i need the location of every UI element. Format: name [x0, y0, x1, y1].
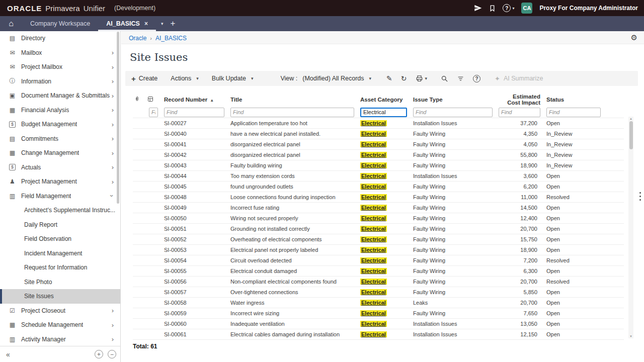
sidebar-item-site-issues[interactable]: Site Issues: [0, 289, 120, 304]
table-row[interactable]: SI-00041disorganized electrical panelEle…: [133, 139, 624, 149]
sidebar-item-incident-management[interactable]: Incident Management: [0, 246, 120, 261]
refresh-icon[interactable]: ↻: [401, 74, 407, 82]
sidebar-item-information[interactable]: ⓘInformation›: [0, 74, 120, 89]
avatar[interactable]: CA: [521, 3, 532, 14]
highlighted-match: Electrical: [360, 257, 387, 263]
filter-input-linked[interactable]: [149, 108, 158, 117]
table-row[interactable]: SI-00057Over-tightened connectionsElectr…: [133, 287, 624, 297]
table-row[interactable]: SI-00052Overheating of electrical compon…: [133, 234, 624, 244]
sidebar-item-mailbox[interactable]: ✉Mailbox›: [0, 46, 120, 60]
breadcrumb-link-oracle[interactable]: Oracle: [129, 35, 146, 42]
ai-summarize-button[interactable]: ✦ AI Summarize: [495, 75, 543, 82]
col-header-title[interactable]: Title: [227, 92, 357, 107]
sidebar-item-change-management[interactable]: ▦Change Management›: [0, 146, 120, 160]
asset-category-cell: Electrical: [357, 244, 410, 255]
sidebar-item-project-mailbox[interactable]: ✉Project Mailbox›: [0, 60, 120, 74]
col-header-issue-type[interactable]: Issue Type: [410, 92, 496, 107]
table-row[interactable]: SI-00054Circuit overload detectedElectri…: [133, 255, 624, 265]
title-cell: Application temperature too hot: [227, 118, 357, 128]
table-row[interactable]: SI-00050Wiring not secured properlyElect…: [133, 213, 624, 223]
filter-input-record-number[interactable]: [164, 108, 224, 117]
table-row[interactable]: SI-00042disorganized electrical panelEle…: [133, 149, 624, 160]
print-menu[interactable]: ▾: [416, 75, 428, 82]
create-button[interactable]: + Create: [131, 74, 157, 83]
col-header-asset-category[interactable]: Asset Category: [357, 92, 410, 107]
actions-menu[interactable]: Actions ▾: [171, 75, 199, 82]
search-icon[interactable]: [441, 75, 448, 82]
col-header-estimated-cost-impact[interactable]: Estimated Cost Impact: [496, 92, 543, 107]
scroll-down-icon[interactable]: ▾: [628, 334, 633, 338]
sidebar-item-commitments[interactable]: ▤Commitments›: [0, 132, 120, 146]
title-cell: Non-compliant electrical components foun…: [227, 276, 357, 287]
close-tab-icon[interactable]: ×: [144, 20, 148, 27]
table-row[interactable]: SI-00056Non-compliant electrical compone…: [133, 276, 624, 287]
bookmarks-icon[interactable]: [489, 5, 496, 12]
zoom-out-button[interactable]: −: [108, 350, 116, 358]
settings-gear-icon[interactable]: ⚙: [631, 33, 637, 42]
sidebar-item-site-photo[interactable]: Site Photo: [0, 275, 120, 290]
sidebar-item-actuals[interactable]: $Actuals›: [0, 160, 120, 175]
sidebar-item-daily-report[interactable]: Daily Report: [0, 218, 120, 232]
bulk-update-menu[interactable]: Bulk Update ▾: [212, 75, 254, 82]
help-icon[interactable]: ?: [473, 75, 480, 82]
app-logo: ORACLE Primavera Unifier: [7, 4, 105, 13]
filter-input-title[interactable]: [230, 108, 354, 117]
home-button[interactable]: ⌂: [0, 16, 22, 31]
col-header-record-number[interactable]: Record Number▲: [161, 92, 227, 107]
help-menu[interactable]: ? ▾: [503, 4, 514, 12]
table-row[interactable]: SI-00060Inadequate ventilationElectrical…: [133, 318, 624, 329]
table-row[interactable]: SI-00048Loose connections found during i…: [133, 192, 624, 202]
sidebar-item-field-observation[interactable]: Field Observation: [0, 232, 120, 246]
status-cell: Open: [543, 223, 604, 234]
asset-category-cell: Electrical: [357, 202, 410, 213]
table-row[interactable]: SI-00059Incorrect wire sizingElectricalF…: [133, 308, 624, 318]
filter-input-status[interactable]: [546, 108, 601, 117]
table-scrollbar[interactable]: ▴ ▾: [628, 117, 633, 338]
panel-splitter-handle[interactable]: [639, 192, 641, 201]
record-number-cell: SI-00051: [161, 223, 227, 234]
sidebar-item-activity-manager[interactable]: ▥Activity Manager›: [0, 332, 120, 346]
sidebar-item-project-management[interactable]: ♟Project Management›: [0, 174, 120, 189]
sidebar-item-schedule-management[interactable]: ▦Schedule Management›: [0, 318, 120, 332]
breadcrumb-link-ai-basics[interactable]: AI_BASICS: [155, 35, 187, 42]
table-row[interactable]: SI-00049Incorrect fuse ratingElectricalF…: [133, 202, 624, 213]
scrollbar-thumb[interactable]: [629, 121, 633, 149]
tabs-dropdown-icon[interactable]: ▾: [161, 21, 164, 26]
table-row[interactable]: SI-00055Electrical conduit damagedElectr…: [133, 265, 624, 276]
collapse-sidebar-button[interactable]: «: [6, 350, 10, 358]
announcements-icon[interactable]: [474, 4, 482, 12]
scroll-up-icon[interactable]: ▴: [628, 117, 633, 121]
tab-ai-basics[interactable]: AI_BASICS×: [98, 16, 156, 31]
filter-input-cost-impact[interactable]: [499, 108, 540, 117]
sidebar-item-architect-s-supplemental-instruc[interactable]: Architect's Supplemental Instruc...: [0, 203, 120, 218]
table-row[interactable]: SI-00044Too many extension cordsElectric…: [133, 170, 624, 181]
col-header-status[interactable]: Status: [543, 92, 604, 107]
sidebar-item-budget-management[interactable]: $Budget Management›: [0, 117, 120, 132]
edit-icon[interactable]: ✎: [386, 74, 392, 82]
table-row[interactable]: SI-00053Electrical panel not properly la…: [133, 244, 624, 255]
sidebar-item-request-for-information[interactable]: Request for Information: [0, 260, 120, 275]
table-row[interactable]: SI-00040have a new electrical panel inst…: [133, 128, 624, 139]
filter-input-issue-type[interactable]: [413, 108, 493, 117]
table-row[interactable]: SI-00051Grounding not installed correctl…: [133, 223, 624, 234]
table-row[interactable]: SI-00027Application temperature too hotE…: [133, 118, 624, 128]
sidebar-item-project-closeout[interactable]: ☑Project Closeout›: [0, 304, 120, 318]
table-row[interactable]: SI-00043Faulty building wiringElectrical…: [133, 160, 624, 170]
filter-icon[interactable]: [457, 75, 464, 82]
sidebar-item-field-management[interactable]: ▥Field Management›: [0, 189, 120, 204]
table-row[interactable]: SI-00045found ungrounded outletsElectric…: [133, 181, 624, 192]
sidebar-item-financial-analysis[interactable]: ▦Financial Analysis›: [0, 103, 120, 118]
sort-asc-icon[interactable]: ▲: [210, 98, 214, 103]
view-selector[interactable]: (Modified) All Records ▾: [302, 75, 371, 82]
sidebar-scrollbar[interactable]: [117, 32, 119, 204]
filter-input-asset-category[interactable]: [360, 108, 407, 117]
sidebar-item-directory[interactable]: ▤Directory: [0, 31, 120, 46]
sidebar-item-document-manager-submittals[interactable]: ▣Document Manager & Submittals›: [0, 88, 120, 103]
record-number-cell: SI-00027: [161, 118, 227, 128]
zoom-in-button[interactable]: +: [95, 350, 103, 358]
title-cell: Electrical cables damaged during install…: [227, 329, 357, 339]
tab-company-workspace[interactable]: Company Workspace: [22, 16, 98, 31]
table-row[interactable]: SI-00061Electrical cables damaged during…: [133, 329, 624, 339]
table-row[interactable]: SI-00058Water ingressElectricalLeaks20,7…: [133, 297, 624, 308]
new-tab-button[interactable]: +: [171, 19, 176, 29]
